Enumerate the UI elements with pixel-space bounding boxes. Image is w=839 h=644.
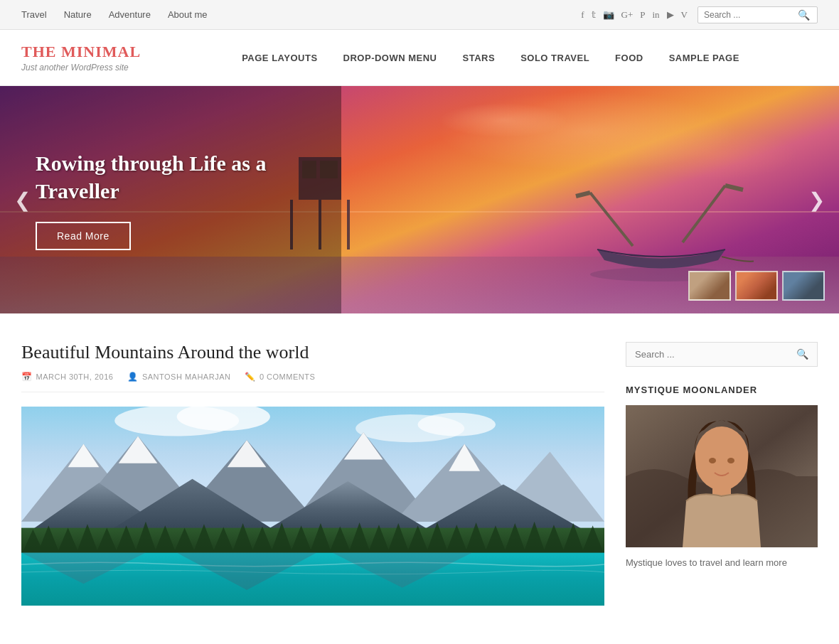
- top-search-bar: 🔍: [698, 6, 818, 23]
- post-title: Beautiful Mountains Around the world: [21, 342, 604, 363]
- sidebar-search-bar: 🔍: [626, 342, 818, 367]
- nav-stars[interactable]: STARS: [463, 53, 496, 63]
- youtube-icon[interactable]: ▶: [667, 9, 674, 21]
- slider-thumb-3[interactable]: [782, 271, 825, 301]
- sidebar: 🔍 MYSTIQUE MOONLANDER: [626, 342, 818, 606]
- slider-next-button[interactable]: ❯: [800, 183, 833, 218]
- post-featured-image: [21, 407, 604, 606]
- instagram-icon[interactable]: 📷: [603, 9, 614, 21]
- slider-prev-button[interactable]: ❮: [6, 183, 39, 218]
- vimeo-icon[interactable]: V: [681, 9, 688, 21]
- top-nav: Travel Nature Adventure About me: [21, 9, 208, 20]
- comments-icon: ✏️: [245, 372, 256, 382]
- nav-nature[interactable]: Nature: [64, 9, 92, 20]
- widget-author-image: [626, 405, 818, 547]
- read-more-button[interactable]: Read More: [36, 222, 131, 250]
- slider-thumb-1[interactable]: [688, 271, 731, 301]
- site-header: THE MINIMAL Just another WordPress site …: [0, 30, 839, 86]
- calendar-icon: 📅: [21, 372, 33, 382]
- widget-title: MYSTIQUE MOONLANDER: [626, 385, 818, 395]
- sidebar-search-icon[interactable]: 🔍: [796, 348, 808, 360]
- mountain-lake-svg: [21, 407, 604, 606]
- hero-slider: Rowing through Life as a Traveller Read …: [0, 86, 839, 313]
- main-content: Beautiful Mountains Around the world 📅 M…: [21, 342, 604, 606]
- slider-title: Rowing through Life as a Traveller: [36, 149, 306, 205]
- author-portrait-svg: [626, 405, 818, 547]
- post-author: 👤 SANTOSH MAHARJAN: [127, 372, 230, 382]
- facebook-icon[interactable]: f: [581, 9, 584, 21]
- googleplus-icon[interactable]: G+: [621, 9, 634, 21]
- site-branding: THE MINIMAL Just another WordPress site: [21, 43, 164, 73]
- social-icons: f 𝕥 📷 G+ P in ▶ V: [581, 9, 688, 21]
- slider-thumbnails: [688, 271, 825, 301]
- svg-point-36: [709, 458, 716, 463]
- svg-point-15: [418, 413, 496, 436]
- post-meta: 📅 MARCH 30TH, 2016 👤 SANTOSH MAHARJAN ✏️…: [21, 372, 604, 392]
- nav-solo-travel[interactable]: SOLO TRAVEL: [520, 53, 589, 63]
- slider-content: Rowing through Life as a Traveller Read …: [0, 86, 341, 313]
- nav-food[interactable]: FOOD: [615, 53, 643, 63]
- nav-adventure[interactable]: Adventure: [109, 9, 151, 20]
- nav-travel[interactable]: Travel: [21, 9, 47, 20]
- post-author-text: SANTOSH MAHARJAN: [142, 372, 231, 381]
- site-tagline: Just another WordPress site: [21, 63, 164, 73]
- post-date: 📅 MARCH 30TH, 2016: [21, 372, 113, 382]
- site-title: THE MINIMAL: [21, 43, 164, 61]
- post-comments: ✏️ 0 COMMENTS: [245, 372, 315, 382]
- boat-illustration: [569, 157, 754, 285]
- svg-line-3: [683, 186, 725, 242]
- widget-bio-text: Mystique loves to travel and learn more: [626, 556, 818, 571]
- svg-line-2: [576, 193, 590, 196]
- author-icon: 👤: [127, 372, 139, 382]
- top-search-input[interactable]: [704, 10, 796, 20]
- svg-line-1: [590, 193, 633, 246]
- nav-about[interactable]: About me: [168, 9, 208, 20]
- sidebar-search-input[interactable]: [635, 349, 796, 360]
- main-nav: PAGE LAYOUTS DROP-DOWN MENU STARS SOLO T…: [164, 53, 818, 63]
- nav-dropdown-menu[interactable]: DROP-DOWN MENU: [343, 53, 437, 63]
- nav-page-layouts[interactable]: PAGE LAYOUTS: [242, 53, 317, 63]
- top-bar: Travel Nature Adventure About me f 𝕥 📷 G…: [0, 0, 839, 30]
- content-wrapper: Beautiful Mountains Around the world 📅 M…: [0, 313, 839, 627]
- svg-line-4: [725, 186, 743, 190]
- svg-point-37: [727, 458, 734, 463]
- top-search-button[interactable]: 🔍: [796, 9, 811, 21]
- linkedin-icon[interactable]: in: [652, 9, 659, 21]
- slider-thumb-2[interactable]: [735, 271, 778, 301]
- pinterest-icon[interactable]: P: [640, 9, 645, 21]
- nav-sample-page[interactable]: SAMPLE PAGE: [669, 53, 739, 63]
- svg-point-34: [695, 426, 749, 490]
- post-comments-text: 0 COMMENTS: [260, 372, 315, 381]
- twitter-icon[interactable]: 𝕥: [592, 9, 596, 21]
- post-date-text: MARCH 30TH, 2016: [36, 372, 114, 381]
- top-right: f 𝕥 📷 G+ P in ▶ V 🔍: [581, 6, 818, 23]
- sidebar-widget-author: MYSTIQUE MOONLANDER: [626, 385, 818, 571]
